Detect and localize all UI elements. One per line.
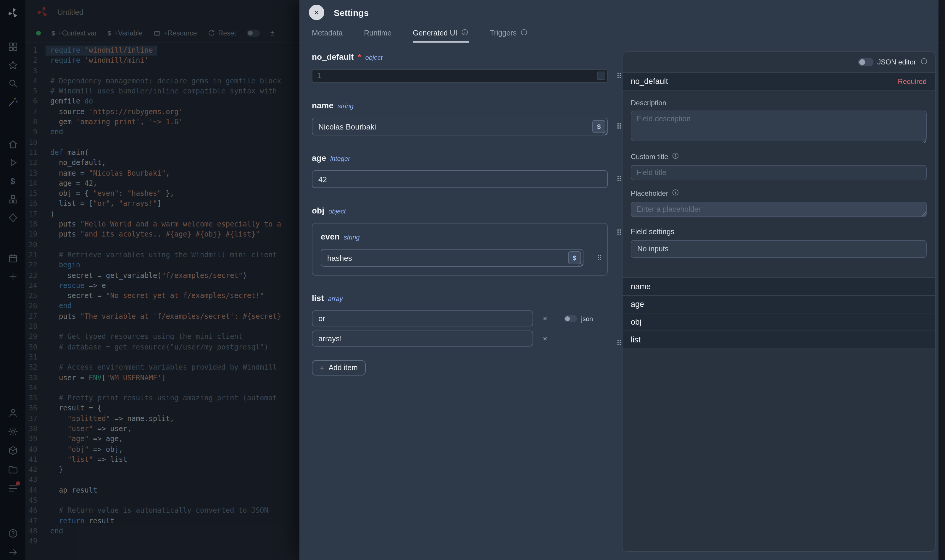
close-icon[interactable]: ×	[309, 5, 324, 20]
mini-editor-line-number: 1	[317, 72, 321, 80]
even-input[interactable]	[321, 249, 583, 267]
custom-title-label: Custom title	[631, 152, 927, 162]
placeholder-label: Placeholder	[631, 189, 927, 198]
placeholder-input[interactable]	[631, 202, 927, 217]
list-item-input[interactable]	[312, 311, 533, 326]
field-settings-panel: JSON editor no_default Required Descript…	[622, 51, 936, 552]
field-type: string	[344, 234, 360, 241]
list-item-row: × json ⠿	[312, 311, 608, 326]
panel-row-list[interactable]: list	[623, 331, 935, 348]
list-item-input[interactable]	[312, 331, 533, 346]
list-item-row: ×	[312, 331, 608, 346]
tab-runtime[interactable]: Runtime	[364, 25, 392, 43]
field-type: object	[328, 208, 346, 215]
tab-triggers[interactable]: Triggers	[490, 25, 528, 43]
json-toggle-switch[interactable]	[564, 315, 577, 322]
drag-handle-icon[interactable]: ⠿	[616, 229, 622, 237]
generated-ui-content: no_default* object 1 – ⠿ name strin	[299, 44, 939, 560]
remove-item-icon[interactable]: ×	[540, 314, 550, 323]
modal-title: Settings	[334, 8, 368, 17]
panel-row-age[interactable]: age	[623, 295, 935, 313]
field-list: list array × json ⠿	[312, 293, 608, 375]
add-item-button[interactable]: + Add item	[312, 360, 365, 375]
field-type: array	[328, 295, 342, 302]
arguments-form: no_default* object 1 – ⠿ name strin	[312, 52, 608, 393]
info-icon[interactable]	[672, 152, 680, 162]
panel-row-no-default[interactable]: no_default Required	[623, 72, 935, 90]
field-label: age	[312, 153, 326, 163]
tab-generated-ui[interactable]: Generated UI	[413, 25, 469, 43]
age-input[interactable]	[312, 170, 608, 188]
settings-modal: × Settings Metadata Runtime Generated UI…	[299, 0, 939, 560]
info-icon[interactable]	[461, 28, 469, 38]
drag-handle-icon[interactable]: ⠿	[616, 175, 622, 183]
drag-handle-icon[interactable]: ⠿	[616, 123, 622, 131]
description-textarea[interactable]	[631, 111, 927, 142]
field-type: string	[338, 102, 353, 109]
field-type: integer	[330, 155, 350, 162]
required-asterisk: *	[358, 52, 361, 62]
collapse-editor-icon[interactable]: –	[597, 72, 605, 80]
drag-handle-icon[interactable]: ⠿	[616, 72, 622, 80]
field-editor-section: Description Custom title Placeholder	[623, 90, 935, 268]
required-badge: Required	[898, 77, 927, 85]
plus-icon: +	[319, 363, 324, 372]
json-editor-label: JSON editor	[877, 58, 916, 66]
panel-toolbar: JSON editor	[623, 52, 935, 72]
field-age: age integer ⠿	[312, 153, 608, 188]
info-icon[interactable]	[672, 189, 680, 198]
tab-metadata[interactable]: Metadata	[312, 25, 342, 43]
remove-item-icon[interactable]: ×	[540, 334, 550, 343]
json-editor-toggle[interactable]	[858, 58, 873, 66]
field-name: name string $ ⠿	[312, 100, 608, 135]
settings-tabs: Metadata Runtime Generated UI Triggers	[299, 25, 939, 43]
obj-nested-panel: even string $ ⠿	[312, 223, 608, 275]
app-root: $	[0, 0, 945, 560]
field-settings-label: Field settings	[631, 228, 927, 236]
field-label: no_default	[312, 52, 354, 62]
field-type: object	[365, 54, 382, 61]
insert-variable-icon[interactable]: $	[568, 251, 581, 264]
field-no-default: no_default* object 1 – ⠿	[312, 52, 608, 83]
name-input[interactable]	[312, 118, 608, 135]
field-label: name	[312, 100, 333, 110]
info-icon[interactable]	[920, 57, 928, 68]
custom-title-input[interactable]	[631, 165, 927, 180]
info-icon[interactable]	[520, 28, 528, 38]
description-label: Description	[631, 99, 927, 107]
field-label: even	[321, 232, 340, 241]
drag-handle-icon[interactable]: ⠿	[616, 339, 622, 347]
panel-field-rows: name age obj list	[623, 277, 935, 348]
field-settings-value: No inputs	[631, 240, 927, 258]
json-toggle: json	[564, 315, 593, 322]
drag-handle-icon[interactable]: ⠿	[597, 254, 602, 262]
insert-variable-icon[interactable]: $	[592, 120, 605, 133]
modal-header: × Settings	[299, 0, 939, 25]
field-label: obj	[312, 206, 324, 215]
field-obj: obj object even string $	[312, 206, 608, 275]
panel-row-obj[interactable]: obj	[623, 313, 935, 331]
panel-row-name[interactable]: name	[623, 277, 935, 295]
no-default-json-input[interactable]: 1 –	[312, 69, 608, 83]
field-label: list	[312, 293, 324, 303]
